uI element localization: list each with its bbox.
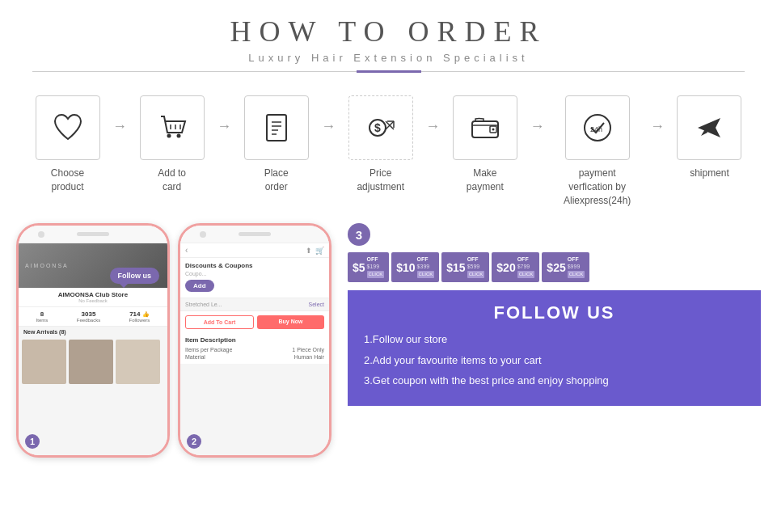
step-shipment: shipment bbox=[666, 95, 753, 180]
buy-now-button[interactable]: Buy Now bbox=[257, 315, 324, 329]
page-title: HOW TO ORDER bbox=[0, 15, 777, 49]
product-thumb-2 bbox=[69, 340, 113, 384]
phone2-header-bar: ‹ ⬆ 🛒 bbox=[180, 243, 329, 258]
svg-point-0 bbox=[167, 134, 171, 138]
coupon-20: $20 OFF $799 CLICK bbox=[492, 252, 539, 282]
phone2-coupon-label: Coupo... bbox=[185, 271, 324, 277]
phone1-content: AIMOONSA Follow us AIMOONSA Club Store N… bbox=[19, 243, 167, 455]
arrow-1: → bbox=[111, 118, 129, 135]
step-choose-product: Chooseproduct bbox=[24, 95, 111, 194]
arrow-3: → bbox=[319, 118, 337, 135]
step-label-order: Placeorder bbox=[264, 167, 289, 194]
coupon-10: $10 OFF $399 CLICK bbox=[391, 252, 439, 282]
phone1-banner-text: AIMOONSA bbox=[25, 263, 69, 268]
phone2-desc-row-1: Items per Package 1 Piece Only bbox=[185, 346, 324, 353]
cart-header-icon: 🛒 bbox=[315, 247, 324, 255]
phone1-camera bbox=[38, 231, 44, 238]
phone2-stretched-label: Stretched Le... bbox=[185, 302, 222, 307]
follow-item-1: 1.Follow our store bbox=[364, 331, 745, 348]
coupon-15: $15 OFF $599 CLICK bbox=[441, 252, 489, 282]
step-icon-box-verification: 24h bbox=[565, 95, 630, 160]
phone2-discounts-section: Discounts & Coupons Coupo... Add bbox=[180, 258, 329, 298]
divider-accent bbox=[357, 70, 421, 73]
follow-box: FOLLOW US 1.Follow our store 2.Add your … bbox=[348, 290, 761, 406]
step-icon-box-shipment bbox=[677, 95, 741, 160]
share-icon: ⬆ bbox=[306, 247, 312, 255]
phone2-section-title: Discounts & Coupons bbox=[185, 262, 324, 269]
arrow-6: → bbox=[648, 118, 666, 135]
phone1-stat-followers: 714 👍 Followers bbox=[129, 310, 150, 323]
step-label-choose: Chooseproduct bbox=[51, 167, 84, 194]
product-thumb-3 bbox=[116, 340, 160, 384]
bottom-section: AIMOONSA Follow us AIMOONSA Club Store N… bbox=[0, 215, 777, 458]
step-label-payment: Makepayment bbox=[467, 167, 504, 194]
header-section: HOW TO ORDER Luxury Hair Extension Speci… bbox=[0, 0, 777, 79]
phone2-speaker bbox=[239, 232, 271, 236]
circle-num-1: 1 bbox=[25, 434, 40, 449]
right-panel: 3 $5 OFF $199 CLICK $10 OFF $399 CLICK $ bbox=[331, 223, 761, 458]
svg-point-1 bbox=[176, 134, 180, 138]
step-label-verification: paymentverfication byAliexpress(24h) bbox=[564, 167, 631, 207]
phone-mockup-1: AIMOONSA Follow us AIMOONSA Club Store N… bbox=[16, 223, 170, 458]
step-icon-box-payment bbox=[453, 95, 517, 160]
steps-row: Chooseproduct → Add tocard → bbox=[0, 79, 777, 215]
step-label-price: Priceadjustment bbox=[357, 167, 404, 194]
step-icon-box-choose bbox=[36, 95, 100, 160]
follow-item-3: 3.Get coupon with the best price and enj… bbox=[364, 373, 745, 389]
divider-line-left bbox=[32, 71, 357, 72]
wallet-icon bbox=[467, 110, 503, 146]
phone1-store-info: AIMOONSA Club Store No Feedback bbox=[19, 288, 167, 307]
phone2-add-button[interactable]: Add bbox=[185, 280, 214, 292]
divider-line-right bbox=[421, 71, 745, 72]
phone2-top-bar bbox=[180, 226, 329, 243]
follow-us-bubble: Follow us bbox=[110, 268, 160, 284]
phone2-select-btn[interactable]: Select bbox=[309, 302, 324, 307]
phone2-desc-row-2: Material Human Hair bbox=[185, 353, 324, 361]
phone1-stat-feedbacks: 3035 Feedbacks bbox=[77, 310, 100, 323]
clock-check-icon: 24h bbox=[580, 110, 615, 146]
heart-icon bbox=[50, 110, 86, 146]
step-icon-box-cart bbox=[140, 95, 205, 160]
phone2-back-btn[interactable]: ‹ bbox=[185, 246, 188, 255]
header-divider bbox=[32, 70, 745, 73]
phone2-header-icons: ⬆ 🛒 bbox=[306, 247, 324, 255]
phone1-stats: 8 Items 3035 Feedbacks 714 👍 Followers bbox=[19, 307, 167, 327]
step-label-cart: Add tocard bbox=[158, 167, 186, 194]
phone2-action-btns: Add To Cart Buy Now bbox=[180, 311, 329, 333]
arrow-4: → bbox=[424, 118, 441, 135]
svg-text:$: $ bbox=[374, 121, 381, 134]
phone1-products bbox=[19, 337, 167, 386]
phone-mockup-2: ‹ ⬆ 🛒 Discounts & Coupons Coupo... Add S… bbox=[178, 223, 331, 458]
product-thumb-1 bbox=[22, 340, 66, 384]
phone2-content: ‹ ⬆ 🛒 Discounts & Coupons Coupo... Add S… bbox=[180, 243, 329, 455]
page-subtitle: Luxury Hair Extension Specialist bbox=[0, 52, 777, 64]
step-icon-box-price: $ bbox=[348, 95, 413, 160]
phone1-new-arrivals: New Arrivals (8) bbox=[19, 327, 167, 337]
follow-box-title: FOLLOW US bbox=[364, 302, 745, 323]
phone2-desc-section: Item Description Items per Package 1 Pie… bbox=[180, 333, 329, 364]
add-to-cart-button[interactable]: Add To Cart bbox=[185, 315, 254, 329]
step-place-order: Placeorder bbox=[233, 95, 319, 194]
phone2-desc-title: Item Description bbox=[185, 336, 324, 344]
phone1-banner: AIMOONSA Follow us bbox=[19, 243, 167, 288]
phone2-select-row: Stretched Le... Select bbox=[180, 298, 329, 311]
coupon-strip: $5 OFF $199 CLICK $10 OFF $399 CLICK $15 bbox=[348, 252, 761, 282]
phone1-stat-items: 8 Items bbox=[36, 310, 49, 323]
phone1-top-bar bbox=[19, 226, 167, 243]
plane-icon bbox=[691, 110, 727, 146]
step-add-to-card: Add tocard bbox=[129, 95, 215, 194]
phone2-camera bbox=[200, 231, 206, 238]
coupon-5: $5 OFF $199 CLICK bbox=[348, 252, 389, 282]
svg-rect-5 bbox=[267, 115, 286, 141]
svg-point-18 bbox=[492, 129, 494, 131]
phones-area: AIMOONSA Follow us AIMOONSA Club Store N… bbox=[16, 223, 331, 458]
step-icon-box-order bbox=[244, 95, 309, 160]
phone1-no-feedback: No Feedback bbox=[23, 298, 163, 303]
step-price-adjustment: $ Priceadjustment bbox=[337, 95, 424, 194]
phone1-store-name: AIMOONSA Club Store bbox=[23, 291, 163, 298]
document-icon bbox=[259, 110, 294, 146]
circle-num-3: 3 bbox=[348, 223, 370, 246]
follow-item-2: 2.Add your favourite items to your cart bbox=[364, 353, 745, 369]
arrow-2: → bbox=[215, 118, 233, 135]
coupon-25: $25 OFF $999 CLICK bbox=[542, 252, 589, 282]
